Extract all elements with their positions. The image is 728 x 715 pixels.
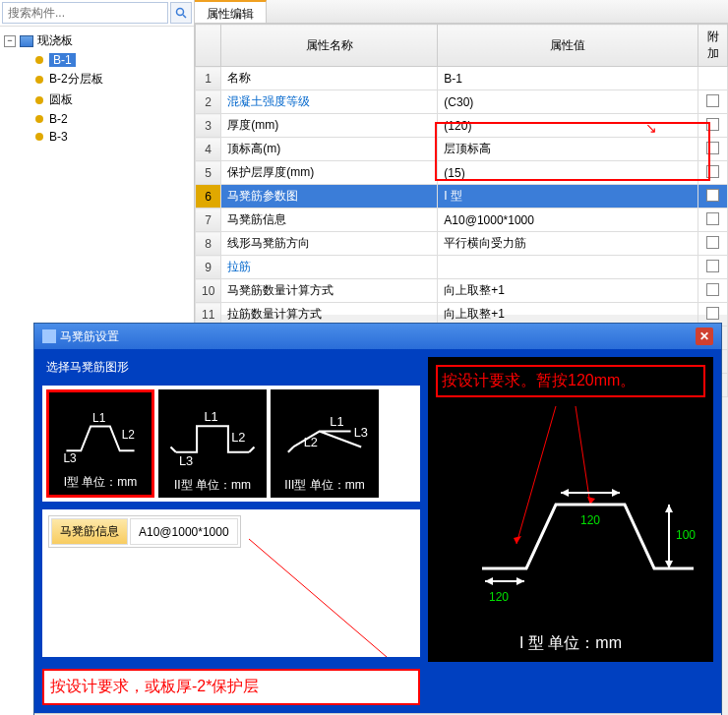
property-editor-panel: 属性编辑 属性名称 属性值 附加 1名称B-12混凝土强度等级(C30)3厚度(… — [195, 0, 728, 315]
property-row[interactable]: 9拉筋 — [196, 256, 728, 279]
search-button[interactable] — [170, 2, 192, 24]
property-row[interactable]: 7马凳筋信息A10@1000*1000 — [196, 209, 728, 232]
svg-marker-14 — [514, 536, 521, 544]
property-value[interactable]: A10@1000*1000 — [438, 209, 698, 232]
folder-icon — [20, 35, 33, 47]
property-add[interactable] — [698, 185, 728, 209]
tree-item-b2layer[interactable]: B-2分层板 — [33, 69, 190, 89]
annotation-note-1: 按设计要求，或板厚-2*保护层 — [42, 669, 420, 705]
property-value[interactable]: 平行横向受力筋 — [438, 232, 698, 256]
checkbox-icon[interactable] — [706, 236, 719, 249]
info-value-cell[interactable]: A10@1000*1000 — [130, 518, 238, 545]
property-value[interactable]: 层顶标高 — [438, 138, 698, 161]
property-name: 马凳筋参数图 — [221, 185, 438, 209]
dim-right: 100 — [676, 528, 696, 542]
property-add[interactable] — [698, 138, 728, 161]
dim-bottom: 120 — [489, 590, 509, 604]
property-add[interactable] — [698, 161, 728, 185]
property-value[interactable]: I 型 — [438, 185, 698, 209]
svg-marker-19 — [665, 505, 673, 512]
property-name: 保护层厚度(mm) — [221, 161, 438, 185]
property-add[interactable] — [698, 279, 728, 303]
row-number: 9 — [196, 256, 221, 279]
annotation-arrow-icon: ↘ — [645, 120, 657, 136]
svg-rect-2 — [42, 329, 56, 343]
property-row[interactable]: 1名称B-1 — [196, 67, 728, 90]
collapse-icon[interactable]: − — [4, 35, 16, 47]
checkbox-icon[interactable] — [706, 142, 719, 154]
property-row[interactable]: 6马凳筋参数图I 型 — [196, 185, 728, 209]
shape-option-1[interactable]: L1L2L3 I型 单位：mm — [46, 389, 154, 498]
header-add: 附加 — [698, 25, 728, 67]
row-number: 6 — [196, 185, 221, 209]
component-tree: − 现浇板 B-1 B-2分层板 圆板 B-2 B-3 — [0, 27, 194, 149]
property-row[interactable]: 10马凳筋数量计算方式向上取整+1 — [196, 279, 728, 303]
checkbox-icon[interactable] — [706, 118, 719, 131]
property-add[interactable] — [698, 67, 728, 90]
svg-text:L3: L3 — [354, 425, 368, 440]
bullet-icon — [35, 115, 43, 123]
property-value[interactable]: 向上取整+1 — [438, 279, 698, 303]
tree-item-round[interactable]: 圆板 — [33, 89, 190, 110]
stirrup-settings-dialog: 马凳筋设置 ✕ 选择马凳筋图形 L1L2L3 I型 单位：mm L1L2L3 I… — [33, 323, 722, 715]
bullet-icon — [35, 133, 43, 141]
property-add[interactable] — [698, 209, 728, 232]
property-row[interactable]: 4顶标高(m)层顶标高 — [196, 138, 728, 161]
property-value[interactable]: B-1 — [438, 67, 698, 90]
svg-marker-18 — [612, 489, 620, 497]
tree-item-b1[interactable]: B-1 — [33, 51, 190, 69]
svg-text:L3: L3 — [63, 451, 77, 465]
svg-text:L1: L1 — [330, 414, 343, 429]
property-value[interactable]: (120) — [438, 114, 698, 138]
shape-option-3[interactable]: L1L2L3 III型 单位：mm — [271, 389, 379, 498]
property-value[interactable]: (15) — [438, 161, 698, 185]
shape-section-label: 选择马凳筋图形 — [42, 357, 420, 378]
checkbox-icon[interactable] — [706, 212, 719, 225]
checkbox-icon[interactable] — [706, 165, 719, 178]
checkbox-icon[interactable] — [706, 189, 719, 202]
svg-text:L3: L3 — [179, 453, 193, 468]
property-row[interactable]: 5保护层厚度(mm)(15) — [196, 161, 728, 185]
svg-text:L2: L2 — [304, 435, 318, 449]
info-table-section: 马凳筋信息 A10@1000*1000 — [42, 509, 420, 657]
tab-properties[interactable]: 属性编辑 — [195, 0, 267, 23]
dialog-titlebar[interactable]: 马凳筋设置 ✕ — [34, 324, 721, 349]
property-name: 线形马凳筋方向 — [221, 232, 438, 256]
property-name: 厚度(mm) — [221, 114, 438, 138]
row-number: 3 — [196, 114, 221, 138]
property-row[interactable]: 2混凝土强度等级(C30) — [196, 90, 728, 114]
close-button[interactable]: ✕ — [696, 328, 713, 345]
checkbox-icon[interactable] — [706, 94, 719, 107]
svg-text:L2: L2 — [231, 430, 245, 445]
property-add[interactable] — [698, 256, 728, 279]
row-number: 4 — [196, 138, 221, 161]
checkbox-icon[interactable] — [706, 260, 719, 272]
property-value[interactable] — [438, 256, 698, 279]
property-add[interactable] — [698, 90, 728, 114]
svg-marker-22 — [516, 577, 524, 585]
property-name: 马凳筋数量计算方式 — [221, 279, 438, 303]
property-name: 拉筋 — [221, 256, 438, 279]
search-bar — [0, 0, 194, 27]
bullet-icon — [35, 76, 43, 84]
property-value[interactable]: (C30) — [438, 90, 698, 114]
tree-item-b3[interactable]: B-3 — [33, 128, 190, 146]
search-input[interactable] — [2, 2, 168, 24]
shape-option-2[interactable]: L1L2L3 II型 单位：mm — [158, 389, 267, 498]
property-row[interactable]: 8线形马凳筋方向平行横向受力筋 — [196, 232, 728, 256]
row-number: 1 — [196, 67, 221, 90]
tab-bar: 属性编辑 — [195, 0, 728, 24]
checkbox-icon[interactable] — [706, 283, 719, 296]
checkbox-icon[interactable] — [706, 307, 719, 320]
property-add[interactable] — [698, 232, 728, 256]
svg-marker-17 — [561, 489, 569, 497]
tree-root[interactable]: − 现浇板 — [4, 30, 190, 51]
property-add[interactable] — [698, 114, 728, 138]
shape-selector: L1L2L3 I型 单位：mm L1L2L3 II型 单位：mm L1L2L3 … — [42, 386, 420, 502]
header-name: 属性名称 — [221, 25, 438, 67]
row-number: 2 — [196, 90, 221, 114]
property-name: 混凝土强度等级 — [221, 90, 438, 114]
tree-item-b2[interactable]: B-2 — [33, 110, 190, 128]
svg-text:L1: L1 — [205, 409, 218, 424]
annotation-line-icon — [249, 529, 387, 657]
